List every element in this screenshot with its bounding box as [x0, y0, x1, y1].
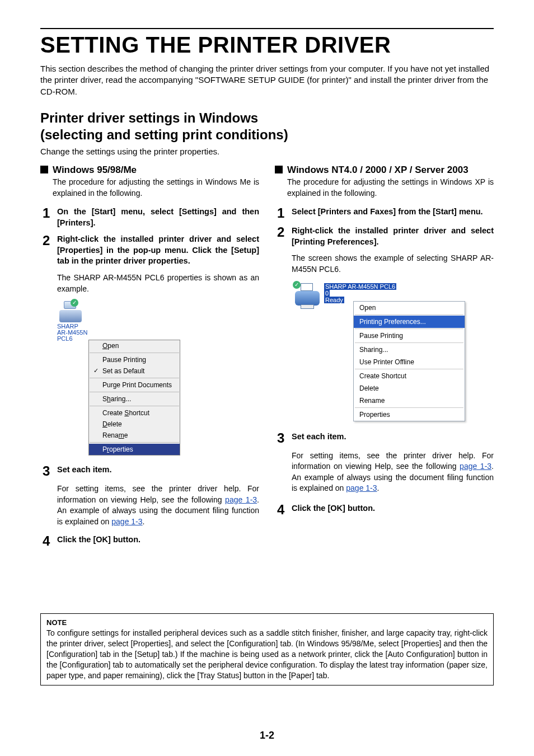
- note-box: NOTE To configure settings for installed…: [40, 613, 494, 685]
- left-step-3: Set each item.: [57, 464, 259, 476]
- bullet-square-icon: [275, 166, 283, 173]
- sub-intro: Change the settings using the printer pr…: [40, 147, 494, 156]
- heading-line-1: Printer driver settings in Windows: [40, 110, 258, 125]
- right-section-title: Windows NT4.0 / 2000 / XP / Server 2003: [287, 164, 469, 176]
- right-step-4: Click the [OK] button.: [292, 503, 494, 514]
- menu-item-delete[interactable]: Delete: [354, 382, 465, 395]
- page-link[interactable]: page 1-3: [460, 462, 491, 471]
- step-number: 4: [277, 503, 287, 516]
- menu-separator: [90, 353, 179, 353]
- menu-separator: [355, 314, 463, 315]
- right-step-3: Set each item.: [292, 431, 494, 443]
- right-step-2: Right-click the installed printer driver…: [292, 226, 494, 247]
- menu-item-open[interactable]: Open: [354, 302, 465, 314]
- intro-paragraph: This section describes the method of cha…: [40, 63, 494, 97]
- left-step-2-desc: The SHARP AR-M455N PCL6 properties is sh…: [57, 273, 259, 294]
- right-column: Windows NT4.0 / 2000 / XP / Server 2003 …: [275, 164, 494, 553]
- left-section-body: The procedure for adjusting the settings…: [53, 177, 259, 199]
- context-menu-xp: Open Printing Preferences... Pause Print…: [353, 301, 465, 421]
- winxp-figure: ✓ SHARP AR-M455N PCL6 0 Ready Open Print…: [292, 282, 494, 421]
- menu-separator: [90, 392, 179, 392]
- menu-item-pause[interactable]: Pause Printing: [89, 354, 180, 365]
- menu-item-sharing[interactable]: Sharing...: [89, 393, 180, 405]
- printer-icon: ✓: [292, 282, 323, 309]
- menu-separator: [90, 378, 179, 378]
- menu-item-properties[interactable]: Properties: [89, 444, 180, 455]
- page-link[interactable]: page 1-3: [111, 517, 142, 526]
- left-step-3-desc: For setting items, see the printer drive…: [57, 483, 259, 527]
- step-number: 3: [43, 464, 53, 478]
- menu-separator: [355, 342, 463, 343]
- menu-separator: [355, 369, 463, 369]
- page-title: SETTING THE PRINTER DRIVER: [40, 32, 494, 58]
- step-number: 2: [277, 226, 287, 239]
- page-link[interactable]: page 1-3: [346, 483, 377, 492]
- menu-item-rename[interactable]: Rename: [89, 430, 180, 441]
- menu-item-create-shortcut[interactable]: Create Shortcut: [89, 407, 180, 419]
- menu-separator: [355, 407, 463, 408]
- step-number: 1: [43, 206, 53, 220]
- menu-item-delete[interactable]: Delete: [89, 419, 180, 430]
- menu-item-pause[interactable]: Pause Printing: [354, 330, 465, 342]
- step-number: 3: [277, 431, 287, 445]
- left-section-title: Windows 95/98/Me: [53, 164, 137, 176]
- right-section-body: The procedure for adjusting the settings…: [287, 177, 494, 199]
- menu-item-offline[interactable]: Use Printer Offline: [354, 356, 465, 368]
- right-step-1: Select [Printers and Faxes] from the [St…: [292, 206, 494, 218]
- menu-item-create-shortcut[interactable]: Create Shortcut: [354, 370, 465, 382]
- top-rule: [40, 28, 494, 29]
- section-heading: Printer driver settings in Windows (sele…: [40, 110, 494, 143]
- step-number: 1: [277, 206, 287, 220]
- note-body: To configure settings for installed peri…: [46, 628, 488, 680]
- menu-separator: [90, 442, 179, 443]
- printer-label-xp: SHARP AR-M455N PCL6 0 Ready: [324, 283, 396, 303]
- menu-item-sharing[interactable]: Sharing...: [354, 344, 465, 356]
- bullet-square-icon: [40, 166, 48, 173]
- menu-item-open[interactable]: Open: [89, 340, 180, 351]
- menu-item-printing-preferences[interactable]: Printing Preferences...: [354, 316, 465, 328]
- menu-item-set-default[interactable]: Set as Default: [89, 365, 180, 377]
- step-number: 4: [43, 534, 53, 548]
- page-link[interactable]: page 1-3: [225, 495, 257, 504]
- left-step-1: On the [Start] menu, select [Settings] a…: [57, 206, 259, 228]
- printer-icon: ✓: [57, 301, 84, 322]
- menu-item-purge[interactable]: Purge Print Documents: [89, 379, 180, 391]
- left-column: Windows 95/98/Me The procedure for adjus…: [40, 164, 259, 553]
- heading-line-2: (selecting and setting print conditions): [40, 127, 288, 142]
- menu-separator: [90, 406, 179, 406]
- win9x-figure: ✓ SHARP AR-M455N PCL6 Open Pause Printin…: [57, 301, 259, 456]
- left-step-2: Right-click the installed printer driver…: [57, 234, 259, 267]
- step-number: 2: [43, 234, 53, 247]
- right-step-3-desc: For setting items, see the printer drive…: [292, 450, 494, 494]
- right-step-2-desc: The screen shows the example of selectin…: [292, 253, 494, 275]
- menu-item-properties[interactable]: Properties: [354, 408, 465, 421]
- note-title: NOTE: [46, 618, 488, 627]
- menu-separator: [355, 328, 463, 329]
- context-menu-9x: Open Pause Printing Set as Default Purge…: [88, 340, 180, 456]
- menu-item-rename[interactable]: Rename: [354, 395, 465, 407]
- page-number: 1-2: [0, 730, 534, 741]
- left-step-4: Click the [OK] button.: [57, 534, 259, 546]
